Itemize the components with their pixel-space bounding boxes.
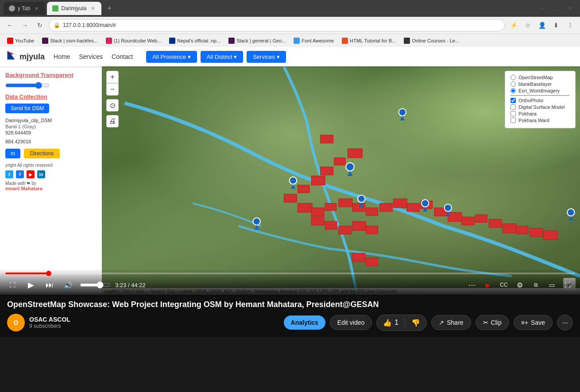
basemap-esri-radio[interactable]: [510, 88, 516, 93]
forward-button[interactable]: →: [19, 19, 31, 31]
save-icon: ≡+: [521, 319, 528, 326]
bookmark-roundcube[interactable]: (1) Roundcube Web...: [102, 37, 165, 45]
tab-new[interactable]: y Tab ✕: [4, 2, 45, 15]
basemap-osm-label: OpenStreetMap: [518, 75, 553, 80]
window-maximize[interactable]: □: [550, 2, 562, 15]
share-button[interactable]: ↗ Share: [431, 315, 471, 330]
linkedin-icon[interactable]: in: [37, 170, 45, 178]
volume-slider[interactable]: [80, 281, 111, 288]
sidebar-social: t f ▶ in: [5, 170, 97, 178]
bookmark-youtube[interactable]: YouTube: [4, 37, 38, 45]
play-button[interactable]: ▶: [24, 278, 38, 292]
svg-marker-46: [255, 225, 259, 230]
svg-rect-16: [393, 199, 407, 208]
star-icon[interactable]: ☆: [522, 19, 534, 31]
twitter-icon[interactable]: t: [5, 170, 13, 178]
bookmark-html[interactable]: HTML Tutorial for B...: [338, 37, 399, 45]
tab-label-new: y Tab: [18, 5, 30, 12]
clip-button[interactable]: ✂ Clip: [476, 315, 509, 330]
youtube-icon[interactable]: ▶: [27, 170, 35, 178]
services-btn[interactable]: Services ▾: [247, 51, 286, 63]
like-button[interactable]: 👍 1: [377, 315, 405, 331]
controls-row: ⛶ ▶ ⏭ 🔊 3:23 / 44:22 ⋯ ▶ CC ⚙ ⧉ ▭ ⛶: [5, 278, 575, 292]
channel-avatar-initials: O: [14, 319, 19, 326]
youtube-logo-btn[interactable]: ▶: [481, 278, 495, 292]
basemap-osm-radio[interactable]: [510, 75, 516, 80]
tab-close-darimjyula[interactable]: ✕: [89, 5, 96, 12]
download-icon[interactable]: ⬇: [550, 19, 562, 31]
theater-mode-btn[interactable]: ▭: [545, 278, 559, 292]
basemap-blank-label: blankBaselayer: [518, 81, 552, 87]
window-close[interactable]: ✕: [564, 2, 576, 15]
svg-point-45: [253, 218, 260, 225]
more-actions-button[interactable]: ⋯: [557, 315, 573, 331]
nav-buttons: All Provience ▾ All District ▾ Services …: [146, 51, 286, 63]
next-button[interactable]: ⏭: [43, 278, 57, 292]
send-dsm-button[interactable]: Send for DSM: [5, 104, 49, 113]
all-province-btn[interactable]: All Provience ▾: [146, 51, 197, 63]
edit-video-button[interactable]: Edit video: [330, 315, 372, 330]
basemap-blank-radio[interactable]: [510, 81, 516, 87]
print-btn[interactable]: 🖨: [106, 115, 119, 127]
sidebar-copyright: yright All rights reserved: [5, 163, 97, 168]
transparency-slider[interactable]: [5, 82, 50, 89]
overlay-dsm-check[interactable]: [510, 104, 516, 110]
captions-btn[interactable]: CC: [497, 278, 511, 292]
tab-label-darimjyula: Darimjyula: [61, 5, 86, 12]
nav-services[interactable]: Services: [79, 53, 103, 60]
back-button[interactable]: ←: [4, 19, 16, 31]
browser-nav-icons-right: ⚡ ☆ 👤 ⬇ ⋮: [507, 19, 576, 31]
fullscreen-toggle-btn[interactable]: ⛶: [5, 278, 19, 292]
overlay-pokhara-ward-check[interactable]: [510, 118, 516, 123]
refresh-button[interactable]: ↻: [34, 19, 46, 31]
channel-name[interactable]: OSAC ASCOL: [29, 316, 70, 323]
bookmark-nepal[interactable]: Nepal's official .np...: [166, 37, 224, 45]
save-button[interactable]: ≡+ Save: [514, 315, 553, 330]
bookmark-online[interactable]: Online Courses - Le...: [400, 37, 463, 45]
directions-btn[interactable]: Directions: [24, 149, 60, 158]
bookmark-favicon-roundcube: [106, 38, 112, 44]
tab-darimjyula[interactable]: Darimjyula ✕: [47, 2, 101, 15]
volume-btn[interactable]: 🔊: [61, 278, 75, 292]
progress-dot: [46, 271, 51, 276]
sidebar-layer-info: Band 1 (Gray): [5, 124, 97, 129]
profile-icon[interactable]: 👤: [536, 19, 548, 31]
extensions-icon[interactable]: ⚡: [507, 19, 520, 31]
overlay-pokhara-label: Pokhara: [518, 111, 537, 116]
bookmark-slack[interactable]: Slack | osm-hackfes...: [39, 37, 101, 45]
bookmark-slack2[interactable]: Slack | general | Geo...: [225, 37, 290, 45]
map-area[interactable]: + − ⊙ 🖨 OpenStreetMap blankBaselayer: [102, 66, 580, 295]
new-tab-button[interactable]: +: [103, 2, 116, 15]
layer-orthophoto-row: OrthoPhoto: [510, 98, 570, 103]
channel-avatar[interactable]: O: [7, 314, 25, 331]
miniplayer-btn[interactable]: ⧉: [529, 278, 543, 292]
overlay-pokhara-check[interactable]: [510, 111, 516, 116]
svg-point-39: [358, 195, 365, 202]
all-district-btn[interactable]: All District ▾: [201, 51, 243, 63]
progress-bar[interactable]: [5, 273, 575, 274]
nav-home[interactable]: Home: [54, 53, 70, 60]
svg-rect-2: [321, 135, 333, 143]
overlay-orthophoto-check[interactable]: [510, 98, 516, 103]
dislike-button[interactable]: 👎: [405, 315, 426, 331]
window-minimize[interactable]: ─: [536, 2, 548, 15]
bookmarks-bar: YouTube Slack | osm-hackfes... (1) Round…: [0, 34, 580, 47]
zoom-in-btn[interactable]: +: [106, 71, 119, 83]
more-options-btn[interactable]: ⋯: [465, 278, 479, 292]
zoom-btn[interactable]: m: [5, 149, 20, 158]
menu-icon[interactable]: ⋮: [564, 19, 576, 31]
video-controls: ⛶ ▶ ⏭ 🔊 3:23 / 44:22 ⋯ ▶ CC ⚙ ⧉ ▭ ⛶: [0, 269, 580, 295]
svg-rect-14: [366, 208, 378, 215]
zoom-out-btn[interactable]: −: [106, 83, 119, 96]
fullscreen-btn[interactable]: ⛶: [561, 278, 575, 292]
layer-control-panel: OpenStreetMap blankBaselayer Esri_WorldI…: [505, 71, 576, 128]
bookmark-fontawesome[interactable]: Font Awesome: [290, 37, 337, 45]
nav-contact[interactable]: Contact: [112, 53, 133, 60]
analytics-button[interactable]: Analytics: [284, 315, 325, 330]
settings-btn[interactable]: ⚙: [513, 278, 527, 292]
address-bar[interactable]: 🔒 127.0.0.1:8000/main/#: [49, 19, 505, 31]
geolocation-btn[interactable]: ⊙: [106, 99, 119, 111]
facebook-icon[interactable]: f: [16, 170, 24, 178]
like-count: 1: [394, 319, 398, 327]
tab-close-new[interactable]: ✕: [33, 5, 40, 12]
